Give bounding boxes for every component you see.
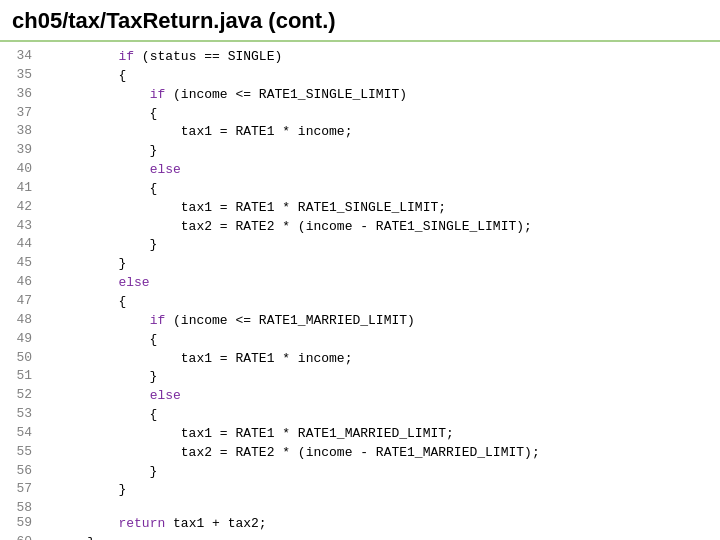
line-code: tax2 = RATE2 * (income - RATE1_SINGLE_LI… xyxy=(56,218,704,237)
table-row: 60 } xyxy=(16,534,704,540)
line-number: 36 xyxy=(16,86,56,105)
table-row: 58 xyxy=(16,500,704,515)
table-row: 36 if (income <= RATE1_SINGLE_LIMIT) xyxy=(16,86,704,105)
line-code: tax1 = RATE1 * income; xyxy=(56,123,704,142)
line-code: return tax1 + tax2; xyxy=(56,515,704,534)
table-row: 37 { xyxy=(16,105,704,124)
line-number: 37 xyxy=(16,105,56,124)
line-code: else xyxy=(56,161,704,180)
line-code: else xyxy=(56,387,704,406)
line-number: 58 xyxy=(16,500,56,515)
line-code: else xyxy=(56,274,704,293)
table-row: 41 { xyxy=(16,180,704,199)
line-number: 44 xyxy=(16,236,56,255)
line-code: } xyxy=(56,255,704,274)
table-row: 40 else xyxy=(16,161,704,180)
line-number: 40 xyxy=(16,161,56,180)
line-code: } xyxy=(56,236,704,255)
table-row: 54 tax1 = RATE1 * RATE1_MARRIED_LIMIT; xyxy=(16,425,704,444)
line-code: } xyxy=(56,142,704,161)
line-number: 56 xyxy=(16,463,56,482)
table-row: 35 { xyxy=(16,67,704,86)
line-number: 55 xyxy=(16,444,56,463)
table-row: 52 else xyxy=(16,387,704,406)
table-row: 34 if (status == SINGLE) xyxy=(16,48,704,67)
line-code: { xyxy=(56,180,704,199)
table-row: 51 } xyxy=(16,368,704,387)
table-row: 55 tax2 = RATE2 * (income - RATE1_MARRIE… xyxy=(16,444,704,463)
line-code: if (status == SINGLE) xyxy=(56,48,704,67)
line-number: 43 xyxy=(16,218,56,237)
line-code: if (income <= RATE1_MARRIED_LIMIT) xyxy=(56,312,704,331)
line-number: 51 xyxy=(16,368,56,387)
line-code: { xyxy=(56,406,704,425)
line-code xyxy=(56,500,704,515)
table-row: 48 if (income <= RATE1_MARRIED_LIMIT) xyxy=(16,312,704,331)
line-number: 39 xyxy=(16,142,56,161)
title-bar: ch05/tax/TaxReturn.java (cont.) xyxy=(0,0,720,42)
code-table: 34 if (status == SINGLE)35 {36 if (incom… xyxy=(16,48,704,540)
line-number: 45 xyxy=(16,255,56,274)
line-number: 59 xyxy=(16,515,56,534)
line-code: } xyxy=(56,534,704,540)
table-row: 59 return tax1 + tax2; xyxy=(16,515,704,534)
table-row: 53 { xyxy=(16,406,704,425)
line-code: { xyxy=(56,293,704,312)
table-row: 49 { xyxy=(16,331,704,350)
table-row: 39 } xyxy=(16,142,704,161)
line-code: } xyxy=(56,368,704,387)
table-row: 46 else xyxy=(16,274,704,293)
line-number: 52 xyxy=(16,387,56,406)
line-number: 34 xyxy=(16,48,56,67)
line-code: } xyxy=(56,463,704,482)
table-row: 50 tax1 = RATE1 * income; xyxy=(16,350,704,369)
line-code: tax1 = RATE1 * RATE1_MARRIED_LIMIT; xyxy=(56,425,704,444)
line-number: 47 xyxy=(16,293,56,312)
table-row: 42 tax1 = RATE1 * RATE1_SINGLE_LIMIT; xyxy=(16,199,704,218)
line-number: 53 xyxy=(16,406,56,425)
line-code: } xyxy=(56,481,704,500)
line-code: if (income <= RATE1_SINGLE_LIMIT) xyxy=(56,86,704,105)
table-row: 45 } xyxy=(16,255,704,274)
line-number: 49 xyxy=(16,331,56,350)
line-number: 60 xyxy=(16,534,56,540)
line-code: { xyxy=(56,331,704,350)
table-row: 38 tax1 = RATE1 * income; xyxy=(16,123,704,142)
table-row: 56 } xyxy=(16,463,704,482)
content-area: 34 if (status == SINGLE)35 {36 if (incom… xyxy=(0,42,720,540)
line-number: 41 xyxy=(16,180,56,199)
line-number: 50 xyxy=(16,350,56,369)
table-row: 57 } xyxy=(16,481,704,500)
line-code: { xyxy=(56,67,704,86)
line-code: { xyxy=(56,105,704,124)
line-number: 46 xyxy=(16,274,56,293)
line-number: 42 xyxy=(16,199,56,218)
line-number: 57 xyxy=(16,481,56,500)
table-row: 47 { xyxy=(16,293,704,312)
line-code: tax2 = RATE2 * (income - RATE1_MARRIED_L… xyxy=(56,444,704,463)
line-number: 38 xyxy=(16,123,56,142)
line-code: tax1 = RATE1 * income; xyxy=(56,350,704,369)
line-number: 54 xyxy=(16,425,56,444)
table-row: 44 } xyxy=(16,236,704,255)
page-title: ch05/tax/TaxReturn.java (cont.) xyxy=(12,8,708,34)
line-number: 48 xyxy=(16,312,56,331)
line-number: 35 xyxy=(16,67,56,86)
line-code: tax1 = RATE1 * RATE1_SINGLE_LIMIT; xyxy=(56,199,704,218)
table-row: 43 tax2 = RATE2 * (income - RATE1_SINGLE… xyxy=(16,218,704,237)
